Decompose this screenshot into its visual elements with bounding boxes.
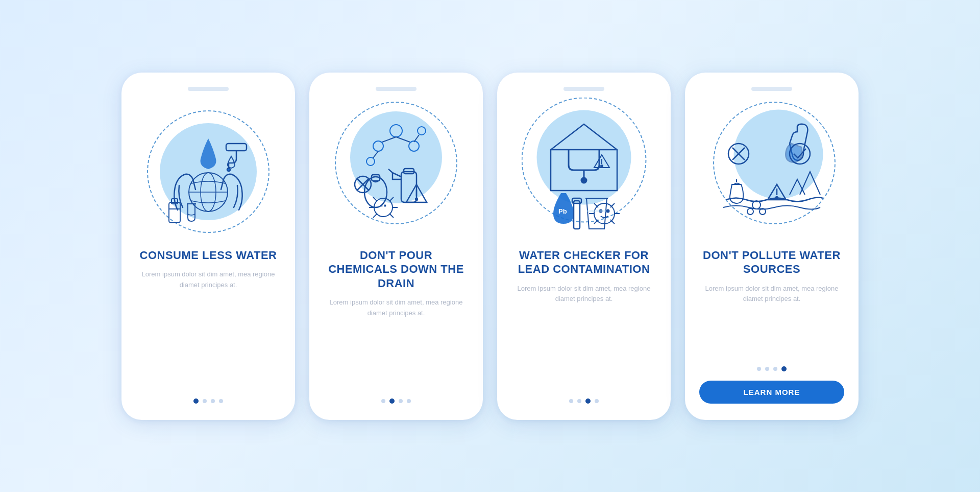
card-dont-pollute: DON'T POLLUTE WATER SOURCES Lorem ipsum … — [685, 73, 859, 420]
dot-3-1 — [569, 399, 573, 403]
card-consume-less-water: CONSUME LESS WATER Lorem ipsum dolor sit… — [121, 73, 295, 420]
svg-text:Pb: Pb — [558, 207, 567, 215]
dot-2-3 — [399, 399, 403, 403]
dot-3-2 — [577, 399, 581, 403]
svg-point-11 — [409, 141, 419, 151]
svg-point-41 — [601, 165, 603, 167]
dots-2 — [381, 399, 411, 404]
svg-point-13 — [418, 127, 426, 135]
dot-4-active — [781, 366, 787, 371]
svg-point-4 — [227, 168, 230, 171]
svg-point-53 — [607, 210, 609, 213]
svg-line-26 — [389, 214, 394, 218]
dots-1 — [193, 399, 223, 404]
card-body-1: Lorem ipsum dolor sit dim amet, mea regi… — [136, 269, 281, 389]
card-title-1: CONSUME LESS WATER — [140, 248, 277, 263]
dot-4-3 — [773, 367, 777, 371]
illustration-3: Pb — [518, 100, 650, 243]
svg-point-34 — [415, 198, 418, 200]
dots-3 — [569, 399, 599, 404]
card-body-4: Lorem ipsum dolor sit dim amet, mea regi… — [699, 284, 844, 357]
svg-point-65 — [776, 197, 778, 199]
illustration-1 — [142, 100, 275, 243]
svg-line-16 — [373, 151, 378, 158]
dot-2-active — [389, 399, 395, 404]
dot-1-3 — [211, 399, 215, 403]
svg-line-24 — [389, 197, 394, 201]
svg-point-10 — [373, 141, 383, 151]
card-body-2: Lorem ipsum dolor sit dim amet, mea regi… — [324, 297, 469, 389]
dot-4-1 — [757, 367, 761, 371]
svg-line-17 — [414, 135, 419, 142]
svg-illustration-2 — [337, 105, 455, 238]
dot-1-4 — [219, 399, 223, 403]
learn-more-button[interactable]: LEARN MORE — [699, 381, 844, 404]
card-title-2: DON'T POUR CHEMICALS DOWN THE DRAIN — [324, 248, 469, 291]
illustration-4 — [705, 100, 838, 243]
dot-3-4 — [595, 399, 599, 403]
svg-point-39 — [581, 178, 586, 183]
dot-3-active — [585, 399, 591, 404]
svg-illustration-4 — [710, 105, 833, 238]
card-body-3: Lorem ipsum dolor sit dim amet, mea regi… — [511, 284, 656, 389]
dot-4-2 — [765, 367, 769, 371]
card-title-3: WATER CHECKER FOR LEAD CONTAMINATION — [511, 248, 656, 276]
svg-line-25 — [373, 214, 377, 218]
illustration-2 — [330, 100, 462, 243]
card-title-4: DON'T POLLUTE WATER SOURCES — [699, 248, 844, 276]
svg-rect-3 — [226, 144, 247, 151]
svg-illustration-3: Pb — [523, 104, 645, 239]
svg-line-14 — [382, 137, 396, 142]
svg-line-23 — [373, 197, 377, 201]
dot-2-1 — [381, 399, 385, 403]
svg-illustration-1 — [150, 108, 267, 236]
svg-point-12 — [366, 157, 375, 166]
dot-2-4 — [407, 399, 411, 403]
svg-line-15 — [396, 137, 410, 142]
svg-line-62 — [752, 207, 753, 209]
svg-point-9 — [390, 125, 402, 137]
card-chemicals: DON'T POUR CHEMICALS DOWN THE DRAIN Lore… — [309, 73, 483, 420]
svg-rect-5 — [169, 202, 180, 223]
svg-rect-43 — [574, 201, 580, 229]
card-lead-contamination: Pb — [497, 73, 671, 420]
dots-4 — [757, 366, 787, 371]
dot-1-active — [193, 399, 199, 404]
dot-1-2 — [203, 399, 207, 403]
phones-container: CONSUME LESS WATER Lorem ipsum dolor sit… — [121, 73, 859, 420]
